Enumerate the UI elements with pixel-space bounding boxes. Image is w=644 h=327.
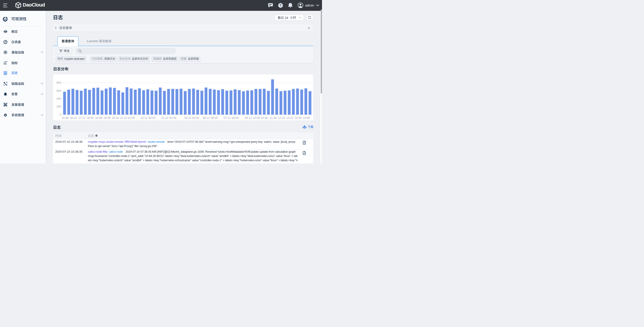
svg-text:16:24: 16:24 (70, 116, 77, 120)
svg-text:01:12: 01:12 (161, 116, 168, 120)
svg-text:10:48: 10:48 (261, 116, 268, 120)
svg-text:20:24: 20:24 (112, 116, 119, 120)
svg-text:200: 200 (56, 105, 61, 108)
svg-text:14:00: 14:00 (294, 116, 302, 120)
svg-text:15:36: 15:36 (62, 116, 68, 120)
svg-text:06:00: 06:00 (211, 116, 218, 120)
svg-text:09:12: 09:12 (245, 116, 252, 120)
svg-text:21:12: 21:12 (120, 116, 127, 120)
svg-text:11:36: 11:36 (270, 116, 276, 120)
svg-text:02:00: 02:00 (169, 116, 176, 120)
svg-text:14:48: 14:48 (302, 116, 310, 120)
svg-text:600: 600 (56, 89, 61, 93)
svg-text:05:12: 05:12 (203, 116, 210, 120)
svg-text:13:12: 13:12 (286, 116, 293, 120)
svg-text:22:00: 22:00 (128, 116, 135, 120)
svg-text:12:24: 12:24 (278, 116, 285, 120)
svg-text:23:12: 23:12 (140, 116, 147, 120)
svg-text:08:00: 08:00 (232, 116, 239, 120)
svg-text:19:36: 19:36 (104, 116, 110, 120)
svg-text:03:12: 03:12 (184, 116, 191, 120)
svg-text:?: ? (280, 4, 282, 7)
svg-text:07:12: 07:12 (224, 116, 230, 120)
svg-text:18:48: 18:48 (95, 116, 102, 120)
svg-text:10:00: 10:00 (253, 116, 260, 120)
svg-text:04:00: 04:00 (192, 116, 199, 120)
svg-text:00:00: 00:00 (148, 116, 156, 120)
svg-text:800: 800 (56, 81, 61, 84)
svg-text:400: 400 (56, 97, 61, 100)
svg-text:17:12: 17:12 (78, 116, 86, 120)
svg-text:18:00: 18:00 (86, 116, 94, 120)
svg-text:0: 0 (60, 113, 61, 116)
